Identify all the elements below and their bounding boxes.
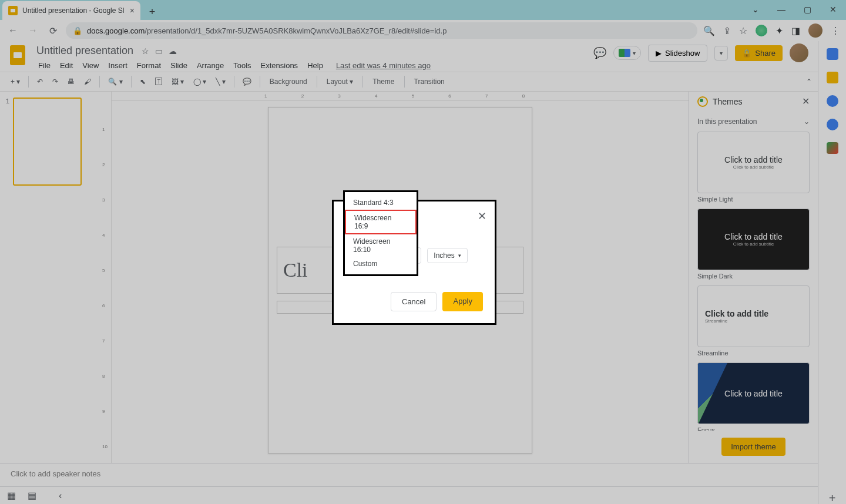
aspect-option-0[interactable]: Standard 4:3 [345,196,417,210]
apply-button[interactable]: Apply [442,292,483,311]
cancel-button[interactable]: Cancel [391,292,437,311]
units-select[interactable]: Inches ▾ [427,248,467,263]
aspect-ratio-dropdown: Standard 4:3Widescreen 16:9Widescreen 16… [343,190,418,276]
aspect-option-3[interactable]: Custom [345,257,417,271]
aspect-option-2[interactable]: Widescreen 16:10 [345,234,417,257]
dialog-close-icon[interactable]: ✕ [478,210,486,223]
aspect-option-1[interactable]: Widescreen 16:9 [345,210,417,234]
